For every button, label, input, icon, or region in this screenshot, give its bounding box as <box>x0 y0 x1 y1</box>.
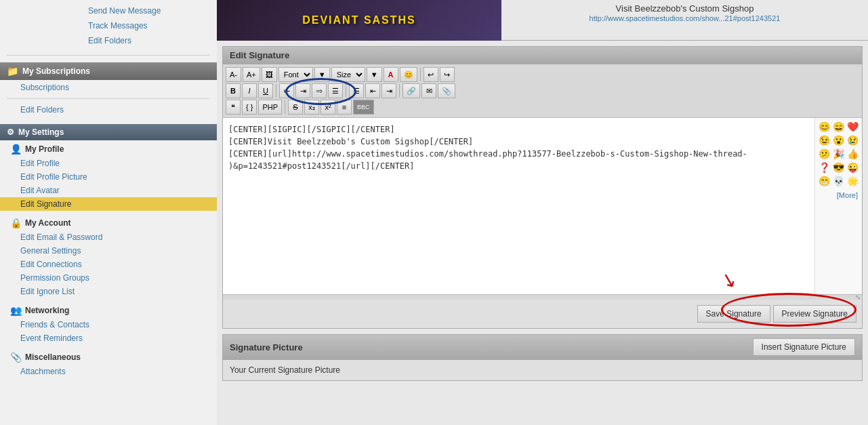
subscript-btn[interactable]: x₂ <box>304 100 319 115</box>
event-reminders-item[interactable]: Event Reminders <box>0 331 217 345</box>
editor-resize-handle[interactable]: ⤡ <box>223 294 862 300</box>
size-select[interactable]: Size <box>331 67 365 82</box>
banner-text-area: Visit Beelzzebob's Custom Sigshop http:/… <box>501 0 868 40</box>
smiley-btn[interactable]: 😊 <box>400 67 417 82</box>
emoji-item[interactable]: 😁 <box>818 175 831 187</box>
edit-signature-item[interactable]: Edit Signature <box>0 197 217 211</box>
code-btn[interactable]: { } <box>242 100 257 115</box>
edit-signature-title: Edit Signature <box>223 47 862 64</box>
emoji-sidebar: 😊 😄 ❤️ 😉 😮 😢 😕 🎉 👍 ❓ 😎 😜 😁 💀 🌟 [More] <box>814 118 862 294</box>
track-messages-link[interactable]: Track Messages <box>88 18 210 33</box>
extra-btn[interactable]: 📎 <box>438 83 455 98</box>
editor-toolbar: A- A+ 🖼 Font ▼ Size ▼ A 😊 ↩ ↪ <box>223 64 862 118</box>
save-signature-button[interactable]: Save Signature <box>697 305 770 323</box>
size-dropdown-btn[interactable]: ▼ <box>367 67 382 82</box>
toolbar-sep-1 <box>420 68 421 81</box>
edit-folders-link-top[interactable]: Edit Folders <box>88 33 210 48</box>
sidebar-divider-1 <box>7 55 210 56</box>
emoji-item[interactable]: 😄 <box>832 121 845 133</box>
signature-picture-section: Signature Picture Insert Signature Pictu… <box>222 334 863 381</box>
link-btn[interactable]: 🔗 <box>402 83 420 98</box>
signature-picture-content: Your Current Signature Picture <box>223 360 862 380</box>
font-dropdown-btn[interactable]: ▼ <box>314 67 330 82</box>
misc-group-label: 📎 Miscellaneous <box>0 348 217 365</box>
font-size-increase-btn[interactable]: A+ <box>243 67 260 82</box>
align-right-btn[interactable]: ⇨ <box>312 83 327 98</box>
font-size-decrease-btn[interactable]: A- <box>226 67 241 82</box>
emoji-item[interactable]: 😎 <box>832 161 845 174</box>
main-content: Visit Beelzzebob's Custom Sigshop http:/… <box>217 0 868 425</box>
more-emojis-link[interactable]: [More] <box>818 188 859 202</box>
edit-profile-picture-item[interactable]: Edit Profile Picture <box>0 170 217 184</box>
quote-btn[interactable]: ❝ <box>226 100 241 115</box>
redo-btn[interactable]: ↪ <box>440 67 455 82</box>
edit-profile-item[interactable]: Edit Profile <box>0 157 217 170</box>
align-left-btn[interactable]: ⇤ <box>279 83 294 98</box>
sidebar-divider-2 <box>7 98 210 99</box>
preview-signature-button[interactable]: Preview Signature <box>773 305 856 323</box>
emoji-item[interactable]: ❓ <box>818 161 831 174</box>
my-settings-header: ⚙ My Settings <box>0 124 217 140</box>
image-btn[interactable]: 🖼 <box>262 67 277 82</box>
align-justify-btn[interactable]: ☰ <box>328 83 343 98</box>
align-center-btn[interactable]: ⇥ <box>295 83 310 98</box>
signature-picture-header: Signature Picture Insert Signature Pictu… <box>223 335 862 360</box>
list-ordered-btn[interactable]: ≡ <box>337 100 352 115</box>
strikethrough-btn[interactable]: S <box>288 100 303 115</box>
folder-icon: 📁 <box>7 66 18 77</box>
emoji-item[interactable]: 😕 <box>818 148 831 160</box>
emoji-item[interactable]: 😉 <box>818 134 831 146</box>
emoji-item[interactable]: 🌟 <box>846 175 859 187</box>
profile-group-label: 👤 My Profile <box>0 140 217 157</box>
emoji-item[interactable]: 😮 <box>832 134 845 146</box>
php-btn[interactable]: PHP <box>258 100 282 115</box>
list-unordered-btn[interactable]: ☰ <box>349 83 364 98</box>
edit-avatar-item[interactable]: Edit Avatar <box>0 184 217 197</box>
attachments-item[interactable]: Attachments <box>0 365 217 378</box>
bbc-btn[interactable]: BBC <box>353 100 374 115</box>
edit-folders-item[interactable]: Edit Folders <box>0 102 217 117</box>
misc-icon: 📎 <box>10 352 22 363</box>
lock-icon: 🔒 <box>10 218 22 228</box>
general-settings-item[interactable]: General Settings <box>0 244 217 258</box>
top-links-section: Send New Message Track Messages Edit Fol… <box>0 0 217 55</box>
account-group: 🔒 My Account Edit Email & Password Gener… <box>0 214 217 298</box>
banner-area: Visit Beelzzebob's Custom Sigshop http:/… <box>217 0 868 41</box>
font-select[interactable]: Font <box>278 67 313 82</box>
visit-link[interactable]: http://www.spacetimestudios.com/show...2… <box>590 14 781 22</box>
emoji-item[interactable]: 😊 <box>818 121 831 133</box>
color-btn[interactable]: A <box>384 67 398 82</box>
bold-btn[interactable]: B <box>226 83 241 98</box>
indent-increase-btn[interactable]: ⇥ <box>381 83 396 98</box>
toolbar-sep-5 <box>285 100 285 114</box>
undo-btn[interactable]: ↩ <box>423 67 438 82</box>
permission-groups-item[interactable]: Permission Groups <box>0 271 217 285</box>
emoji-item[interactable]: ❤️ <box>846 121 859 133</box>
underline-btn[interactable]: U <box>258 83 273 98</box>
profile-group: 👤 My Profile Edit Profile Edit Profile P… <box>0 140 217 211</box>
subscriptions-item[interactable]: Subscriptions <box>0 80 217 95</box>
friends-contacts-item[interactable]: Friends & Contacts <box>0 318 217 331</box>
italic-btn[interactable]: I <box>242 83 257 98</box>
edit-email-password-item[interactable]: Edit Email & Password <box>0 230 217 244</box>
edit-ignore-list-item[interactable]: Edit Ignore List <box>0 285 217 298</box>
subscriptions-header: 📁 My Subscriptions <box>0 62 217 80</box>
insert-signature-picture-button[interactable]: Insert Signature Picture <box>753 338 855 356</box>
indent-decrease-btn[interactable]: ⇤ <box>365 83 380 98</box>
superscript-btn[interactable]: x² <box>321 100 335 115</box>
emoji-item[interactable]: 😢 <box>846 134 859 146</box>
emoji-item[interactable]: 💀 <box>832 175 845 187</box>
edit-connections-item[interactable]: Edit Connections <box>0 258 217 271</box>
misc-group: 📎 Miscellaneous Attachments <box>0 348 217 378</box>
editor-content-area: [CENTER][SIGPIC][/SIGPIC][/CENTER] [CENT… <box>223 118 862 294</box>
toolbar-sep-3 <box>346 84 346 98</box>
email-btn[interactable]: ✉ <box>421 83 436 98</box>
emoji-item[interactable]: 😜 <box>846 161 859 174</box>
emoji-item[interactable]: 🎉 <box>832 148 845 160</box>
person-icon-profile: 👤 <box>10 144 22 155</box>
visit-text: Visit Beelzzebob's Custom Sigshop <box>505 3 865 14</box>
signature-editor[interactable]: [CENTER][SIGPIC][/SIGPIC][/CENTER] [CENT… <box>223 118 814 294</box>
emoji-item[interactable]: 👍 <box>846 148 859 160</box>
toolbar-sep-2 <box>276 84 276 98</box>
send-new-message-link[interactable]: Send New Message <box>88 3 210 18</box>
